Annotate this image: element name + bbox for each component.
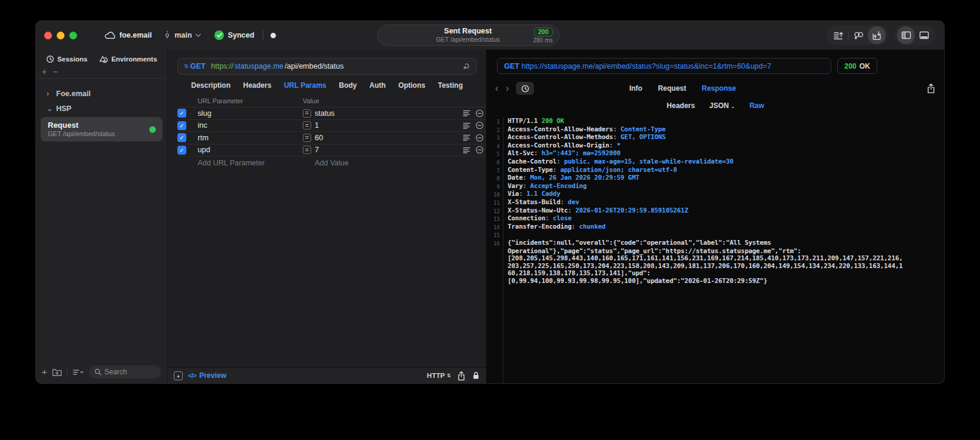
param-name-input[interactable]: rtm xyxy=(198,134,303,142)
add-url-parameter-button[interactable]: Add URL Parameter xyxy=(198,159,303,167)
import-request-button[interactable] xyxy=(868,26,886,44)
request-tab-auth[interactable]: Auth xyxy=(370,81,386,90)
tree-item-foe-email[interactable]: › Foe.email xyxy=(39,86,164,101)
sync-status-label: Synced xyxy=(228,31,254,39)
new-request-button[interactable]: + xyxy=(42,368,47,376)
response-tabs: InfoRequestResponse xyxy=(629,84,736,93)
multiline-edit-icon[interactable] xyxy=(463,147,471,153)
status-code-badge: 200 xyxy=(534,27,553,36)
branch-selector[interactable]: main xyxy=(164,30,201,40)
sessions-clock-icon xyxy=(46,55,54,63)
multiline-edit-icon[interactable] xyxy=(463,110,471,116)
param-value-input[interactable]: 7 xyxy=(315,146,319,154)
sent-request-title: Sent Request xyxy=(444,27,492,36)
request-tab-options[interactable]: Options xyxy=(398,81,425,90)
protocol-selector[interactable]: HTTP ⇅ xyxy=(427,372,451,379)
url-path: /api/embed/status xyxy=(285,62,344,70)
tab-environments[interactable]: Environments xyxy=(99,55,157,63)
response-subtab-headers[interactable]: Headers xyxy=(666,101,695,110)
multiline-edit-icon[interactable] xyxy=(463,122,471,129)
response-url: https://statuspage.me/api/embed/status?s… xyxy=(521,62,771,70)
param-checkbox[interactable]: ✓ xyxy=(177,133,186,142)
flow-loops-icon xyxy=(853,30,865,40)
response-status-text: OK xyxy=(859,62,870,70)
response-code-view[interactable]: 1HTTP/1.1 200 OK2Access-Control-Allow-He… xyxy=(487,118,944,383)
export-response-button[interactable] xyxy=(926,83,936,94)
method-stepper-icon[interactable]: ⇅ xyxy=(184,63,189,69)
response-status-code: 200 xyxy=(844,62,856,70)
history-back-button[interactable]: ‹ xyxy=(495,82,499,94)
minimize-window-button[interactable] xyxy=(57,32,64,39)
request-tab-url-params[interactable]: URL Params xyxy=(284,81,326,90)
zoom-window-button[interactable] xyxy=(69,32,77,39)
sidebar-search-input[interactable]: Search xyxy=(89,365,161,379)
toggle-bottom-panel-button[interactable] xyxy=(915,26,933,44)
history-button[interactable] xyxy=(516,82,534,95)
param-value-input[interactable]: 1 xyxy=(315,121,319,130)
param-value-input[interactable]: status xyxy=(315,109,334,118)
project-selector[interactable]: foe.email xyxy=(105,31,152,39)
param-name-input[interactable]: upd xyxy=(198,146,303,154)
tree-item-label: HSP xyxy=(56,104,72,113)
response-subtab-json[interactable]: JSON⌄ xyxy=(709,101,735,110)
code-line: 6Cache-Control: public, max-age=15, stal… xyxy=(487,158,944,167)
project-name: foe.email xyxy=(119,31,152,39)
tab-sessions[interactable]: Sessions xyxy=(46,55,88,63)
lock-button[interactable] xyxy=(472,371,480,380)
remove-session-button[interactable]: − xyxy=(53,69,57,75)
request-list-item[interactable]: Request GET /api/embed/status xyxy=(41,117,162,141)
collapse-panel-button[interactable]: ▴ xyxy=(174,371,183,380)
add-session-button[interactable]: + xyxy=(42,69,47,75)
response-tab-response[interactable]: Response xyxy=(702,84,736,93)
close-window-button[interactable] xyxy=(44,32,52,39)
param-checkbox[interactable]: ✓ xyxy=(177,146,186,155)
titlebar: foe.email main Synced Sent Request GET /… xyxy=(36,21,944,50)
remove-param-icon[interactable] xyxy=(475,146,484,154)
toggle-left-sidebar-button[interactable] xyxy=(897,26,915,44)
param-name-input[interactable]: slug xyxy=(198,109,303,118)
share-request-button[interactable] xyxy=(457,371,466,381)
cloud-icon xyxy=(105,31,116,39)
sync-status[interactable]: Synced xyxy=(214,30,254,40)
code-line: 13Connection: close xyxy=(487,215,944,223)
export-list-button[interactable] xyxy=(829,26,847,44)
request-tab-description[interactable]: Description xyxy=(191,81,231,90)
multiline-edit-icon[interactable] xyxy=(463,134,471,141)
preview-label: Preview xyxy=(199,371,226,380)
code-line: 16{"incidents":null,"overall":{"code":"o… xyxy=(487,239,944,248)
add-value-button[interactable]: Add Value xyxy=(303,159,459,167)
remove-param-icon[interactable] xyxy=(475,109,484,118)
remove-param-icon[interactable] xyxy=(475,121,484,130)
remove-param-icon[interactable] xyxy=(475,134,484,142)
new-folder-button[interactable] xyxy=(52,368,62,377)
tree-item-hsp[interactable]: ⌄ HSP xyxy=(39,101,164,116)
response-status-button[interactable]: 200 OK xyxy=(837,58,877,74)
request-tab-testing[interactable]: Testing xyxy=(438,81,463,90)
bottom-panel-icon xyxy=(918,30,930,40)
add-param-row: Add URL Parameter Add Value xyxy=(177,156,486,169)
request-summary-pill[interactable]: Sent Request GET /api/embed/status 200 2… xyxy=(377,24,560,46)
param-checkbox[interactable]: ✓ xyxy=(177,109,186,118)
response-tab-info[interactable]: Info xyxy=(629,84,643,93)
request-method[interactable]: GET xyxy=(191,62,206,70)
param-name-input[interactable]: inc xyxy=(198,121,303,130)
response-url-box[interactable]: GET https://statuspage.me/api/embed/stat… xyxy=(497,58,831,74)
request-tab-body[interactable]: Body xyxy=(339,81,357,90)
send-reload-button[interactable]: ↻ xyxy=(462,63,471,70)
response-subtab-raw[interactable]: Raw xyxy=(749,101,764,110)
request-url-bar[interactable]: ⇅ GET https://statuspage.me/api/embed/st… xyxy=(177,58,477,75)
chevron-down-icon xyxy=(195,33,201,38)
equals-icon: = xyxy=(303,109,311,118)
chevron-down-icon[interactable]: ⌄ xyxy=(47,104,51,113)
response-tab-request[interactable]: Request xyxy=(658,84,686,93)
param-checkbox[interactable]: ✓ xyxy=(177,121,186,130)
equals-icon: = xyxy=(303,121,311,130)
sort-options-button[interactable] xyxy=(72,368,84,376)
history-forward-button[interactable]: › xyxy=(506,82,509,94)
flow-sync-button[interactable] xyxy=(850,26,868,44)
param-value-input[interactable]: 60 xyxy=(315,134,323,142)
preview-button[interactable]: </> Preview xyxy=(188,371,226,380)
chevron-right-icon[interactable]: › xyxy=(47,90,51,98)
request-tab-headers[interactable]: Headers xyxy=(243,81,271,90)
share-icon xyxy=(926,83,936,94)
